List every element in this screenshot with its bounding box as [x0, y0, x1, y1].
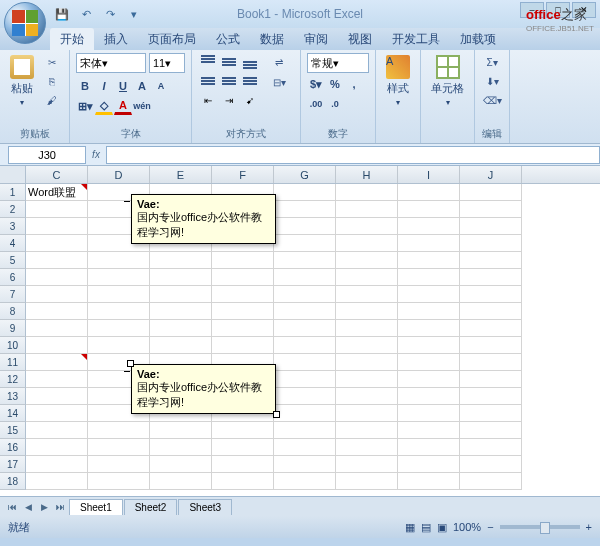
- merge-button[interactable]: ⊟▾: [264, 73, 294, 91]
- row-header[interactable]: 8: [0, 303, 26, 320]
- cell[interactable]: [460, 439, 522, 456]
- cell[interactable]: [336, 337, 398, 354]
- cell[interactable]: [398, 286, 460, 303]
- tab-formulas[interactable]: 公式: [206, 28, 250, 50]
- cell[interactable]: [212, 439, 274, 456]
- cell[interactable]: [336, 252, 398, 269]
- cell[interactable]: [398, 422, 460, 439]
- cell[interactable]: [274, 286, 336, 303]
- zoom-in-button[interactable]: +: [586, 521, 592, 533]
- cell[interactable]: [88, 422, 150, 439]
- cell[interactable]: [398, 456, 460, 473]
- name-box[interactable]: J30: [8, 146, 86, 164]
- col-header[interactable]: F: [212, 166, 274, 183]
- cell[interactable]: [336, 235, 398, 252]
- cell[interactable]: [460, 354, 522, 371]
- cell[interactable]: [88, 473, 150, 490]
- row-header[interactable]: 15: [0, 422, 26, 439]
- office-button[interactable]: [4, 2, 46, 44]
- format-painter-icon[interactable]: 🖌: [41, 91, 63, 109]
- col-header[interactable]: G: [274, 166, 336, 183]
- cell[interactable]: [398, 235, 460, 252]
- fx-button[interactable]: fx: [86, 149, 106, 160]
- decrease-decimal-icon[interactable]: .0: [326, 95, 344, 113]
- cell[interactable]: [26, 439, 88, 456]
- row-header[interactable]: 16: [0, 439, 26, 456]
- cell[interactable]: [398, 218, 460, 235]
- align-right-icon[interactable]: [240, 72, 260, 90]
- col-header[interactable]: H: [336, 166, 398, 183]
- row-header[interactable]: 1: [0, 184, 26, 201]
- cell[interactable]: [26, 473, 88, 490]
- zoom-slider[interactable]: [500, 525, 580, 529]
- cell[interactable]: [150, 269, 212, 286]
- tab-addins[interactable]: 加载项: [450, 28, 506, 50]
- view-layout-icon[interactable]: ▤: [421, 521, 431, 534]
- sheet-nav-prev-icon[interactable]: ◀: [20, 502, 36, 512]
- sheet-tab[interactable]: Sheet2: [124, 499, 178, 515]
- cell[interactable]: [274, 320, 336, 337]
- cell[interactable]: [88, 286, 150, 303]
- copy-icon[interactable]: ⎘: [41, 72, 63, 90]
- comma-button[interactable]: ,: [345, 75, 363, 93]
- cell[interactable]: [150, 337, 212, 354]
- cell[interactable]: [26, 252, 88, 269]
- tab-review[interactable]: 审阅: [294, 28, 338, 50]
- tab-home[interactable]: 开始: [50, 28, 94, 50]
- save-icon[interactable]: 💾: [52, 5, 72, 23]
- cell[interactable]: [460, 303, 522, 320]
- phonetic-button[interactable]: wén: [133, 97, 151, 115]
- font-size-select[interactable]: 11 ▾: [149, 53, 185, 73]
- cell[interactable]: [460, 201, 522, 218]
- cell[interactable]: Word联盟: [26, 184, 88, 201]
- cell[interactable]: [88, 337, 150, 354]
- cell[interactable]: [398, 201, 460, 218]
- cell[interactable]: [460, 371, 522, 388]
- row-header[interactable]: 12: [0, 371, 26, 388]
- row-header[interactable]: 9: [0, 320, 26, 337]
- align-center-icon[interactable]: [219, 72, 239, 90]
- cell[interactable]: [460, 235, 522, 252]
- cell[interactable]: [26, 201, 88, 218]
- cell[interactable]: [336, 371, 398, 388]
- cell[interactable]: [398, 320, 460, 337]
- row-header[interactable]: 13: [0, 388, 26, 405]
- cell[interactable]: [212, 252, 274, 269]
- cell[interactable]: [336, 218, 398, 235]
- fill-color-button[interactable]: ◇: [95, 97, 113, 115]
- indent-decrease-icon[interactable]: ⇤: [198, 91, 218, 109]
- cell[interactable]: [460, 456, 522, 473]
- cell[interactable]: [274, 235, 336, 252]
- col-header[interactable]: J: [460, 166, 522, 183]
- font-color-button[interactable]: A: [114, 97, 132, 115]
- comment-box[interactable]: Vae: 国内专业office办公软件教程学习网!: [131, 194, 276, 244]
- underline-button[interactable]: U: [114, 77, 132, 95]
- cell[interactable]: [460, 184, 522, 201]
- cell[interactable]: [212, 303, 274, 320]
- cell[interactable]: [274, 405, 336, 422]
- tab-insert[interactable]: 插入: [94, 28, 138, 50]
- view-break-icon[interactable]: ▣: [437, 521, 447, 534]
- cell[interactable]: [336, 456, 398, 473]
- cell[interactable]: [150, 252, 212, 269]
- align-left-icon[interactable]: [198, 72, 218, 90]
- cell[interactable]: [336, 422, 398, 439]
- redo-icon[interactable]: ↷: [100, 5, 120, 23]
- row-header[interactable]: 2: [0, 201, 26, 218]
- row-header[interactable]: 14: [0, 405, 26, 422]
- cell[interactable]: [274, 337, 336, 354]
- worksheet-grid[interactable]: C D E F G H I J 1Word联盟23456789101112131…: [0, 166, 600, 496]
- cell[interactable]: [212, 286, 274, 303]
- row-header[interactable]: 4: [0, 235, 26, 252]
- fill-icon[interactable]: ⬇▾: [481, 72, 503, 90]
- row-header[interactable]: 10: [0, 337, 26, 354]
- border-button[interactable]: ⊞▾: [76, 97, 94, 115]
- cell[interactable]: [398, 354, 460, 371]
- orientation-icon[interactable]: ➹: [240, 91, 260, 109]
- cell[interactable]: [88, 439, 150, 456]
- cell[interactable]: [274, 456, 336, 473]
- increase-font-icon[interactable]: A: [133, 77, 151, 95]
- cell[interactable]: [274, 184, 336, 201]
- align-top-icon[interactable]: [198, 53, 218, 71]
- autosum-icon[interactable]: Σ▾: [481, 53, 503, 71]
